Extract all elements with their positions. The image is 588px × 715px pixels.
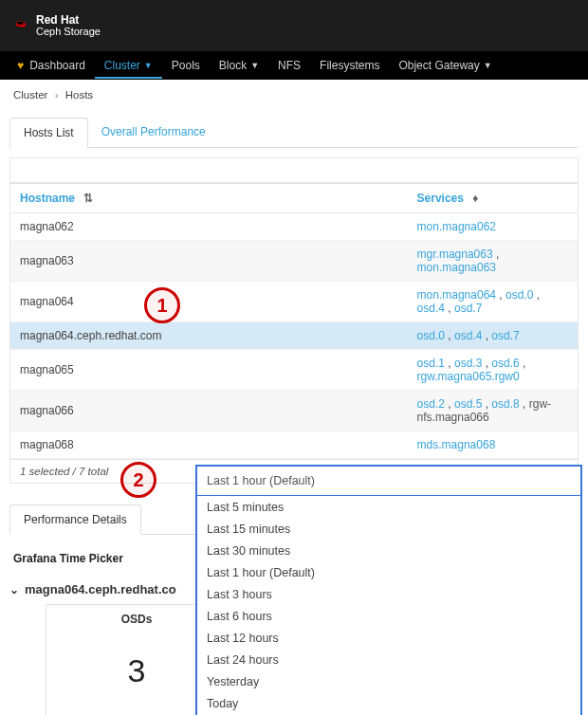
hostname-cell: magna068 [10,431,408,459]
services-cell: mon.magna064 , osd.0 , osd.4 , osd.7 [408,282,578,322]
table-row[interactable]: magna063mgr.magna063 , mon.magna063 [10,241,578,282]
host-detail-name: magna064.ceph.redhat.co [25,582,176,596]
hostname-cell: magna066 [10,391,408,431]
time-option[interactable]: Last 12 hours [197,627,580,649]
service-link[interactable]: mon.magna064 [417,288,496,302]
sort-asc-icon: ⇅ [83,192,93,205]
svg-point-0 [17,22,24,25]
nav-cluster[interactable]: Cluster ▼ [95,52,162,79]
hosts-table-wrap: Hostname ⇅ Services ♦ magna062mon.magna0… [9,157,579,484]
main-nav: ♥ Dashboard Cluster ▼ Pools Block▼ NFS F… [0,51,588,80]
time-option[interactable]: Today [197,692,580,714]
time-option[interactable]: Yesterday [197,670,580,692]
brand: Red Hat Ceph Storage [13,14,101,37]
nav-cluster-label: Cluster [104,59,140,72]
service-link[interactable]: osd.3 [454,357,482,370]
service-link[interactable]: rgw.magna065.rgw0 [417,370,520,383]
service-link[interactable]: osd.2 [417,397,445,411]
table-row[interactable]: magna065osd.1 , osd.3 , osd.6 , rgw.magn… [10,350,578,391]
nav-block[interactable]: Block▼ [210,52,268,79]
brand-line2: Ceph Storage [36,27,101,38]
time-option[interactable]: Last 6 hours [197,605,580,627]
service-link[interactable]: osd.1 [417,357,445,370]
col-services[interactable]: Services ♦ [408,184,578,213]
hostname-cell: magna064 [10,282,408,322]
table-row[interactable]: magna064mon.magna064 , osd.0 , osd.4 , o… [10,282,578,322]
services-cell: mds.magna068 [408,431,578,459]
brand-line1: Red Hat [36,14,101,27]
service-link[interactable]: osd.0 [505,288,533,302]
breadcrumb-root[interactable]: Cluster [13,89,47,101]
service-link[interactable]: mon.magna062 [417,220,496,233]
table-row[interactable]: magna066osd.2 , osd.5 , osd.8 , rgw-nfs.… [10,391,578,431]
table-row[interactable]: magna064.ceph.redhat.comosd.0 , osd.4 , … [10,322,578,350]
tab-performance-details[interactable]: Performance Details [9,504,141,535]
nav-pools[interactable]: Pools [162,52,210,79]
tab-overall-performance[interactable]: Overall Performance [88,118,219,147]
time-option[interactable]: Last 15 minutes [197,518,580,540]
service-link[interactable]: osd.4 [454,329,482,342]
hostname-cell: magna062 [10,213,408,241]
time-picker-options: Last 5 minutesLast 15 minutesLast 30 min… [197,496,580,715]
caret-down-icon: ▼ [144,61,153,70]
sort-icon: ♦ [472,192,478,205]
nav-object-gateway[interactable]: Object Gateway▼ [389,52,501,79]
service-link[interactable]: osd.7 [491,329,519,342]
col-hostname[interactable]: Hostname ⇅ [10,184,408,213]
brand-bar: Red Hat Ceph Storage [0,0,588,51]
tab-hosts-list[interactable]: Hosts List [9,118,88,148]
service-link[interactable]: mds.magna068 [417,438,496,451]
nav-dashboard[interactable]: ♥ Dashboard [8,52,95,79]
service-link[interactable]: osd.7 [454,302,482,315]
caret-down-icon: ▼ [250,61,259,70]
time-picker-input[interactable] [197,467,580,496]
time-option[interactable]: Last 1 hour (Default) [197,561,580,583]
services-cell: osd.1 , osd.3 , osd.6 , rgw.magna065.rgw… [408,350,578,391]
service-link[interactable]: osd.8 [491,397,519,411]
service-link[interactable]: osd.5 [454,397,482,411]
time-option[interactable]: Last 24 hours [197,649,580,670]
service-link[interactable]: osd.0 [417,329,445,342]
breadcrumb-page: Hosts [65,89,93,101]
nav-nfs[interactable]: NFS [268,52,310,79]
chevron-down-icon: ⌄ [9,583,19,596]
services-cell: mon.magna062 [408,213,578,241]
hostname-cell: magna065 [10,350,408,391]
heart-icon: ♥ [17,59,24,72]
time-picker-label: Grafana Time Picker [13,552,123,565]
time-option[interactable]: Last 5 minutes [197,496,580,518]
time-option[interactable]: Last 30 minutes [197,540,580,561]
services-cell: mgr.magna063 , mon.magna063 [408,241,578,282]
hosts-table: Hostname ⇅ Services ♦ magna062mon.magna0… [10,183,578,459]
services-cell: osd.2 , osd.5 , osd.8 , rgw-nfs.magna066 [408,391,578,431]
nav-filesystems[interactable]: Filesystems [310,52,389,79]
services-cell: osd.0 , osd.4 , osd.7 [408,322,578,350]
table-row[interactable]: magna068mds.magna068 [10,431,578,459]
breadcrumb-sep: › [51,89,63,101]
redhat-icon [13,18,28,33]
hostname-cell: magna064.ceph.redhat.com [10,322,408,350]
service-link[interactable]: mon.magna063 [417,261,496,274]
hostname-cell: magna063 [10,241,408,282]
time-picker-dropdown[interactable]: Last 5 minutesLast 15 minutesLast 30 min… [195,465,582,715]
table-row[interactable]: magna062mon.magna062 [10,213,578,241]
nav-dashboard-label: Dashboard [29,59,85,72]
breadcrumb: Cluster › Hosts [0,80,588,118]
caret-down-icon: ▼ [484,61,492,70]
service-link[interactable]: osd.4 [417,302,445,315]
table-toolbar [10,158,578,183]
service-link[interactable]: mgr.magna063 [417,248,493,261]
upper-tabs: Hosts List Overall Performance [9,118,579,148]
time-option[interactable]: Last 3 hours [197,583,580,605]
service-link[interactable]: osd.6 [491,357,519,370]
